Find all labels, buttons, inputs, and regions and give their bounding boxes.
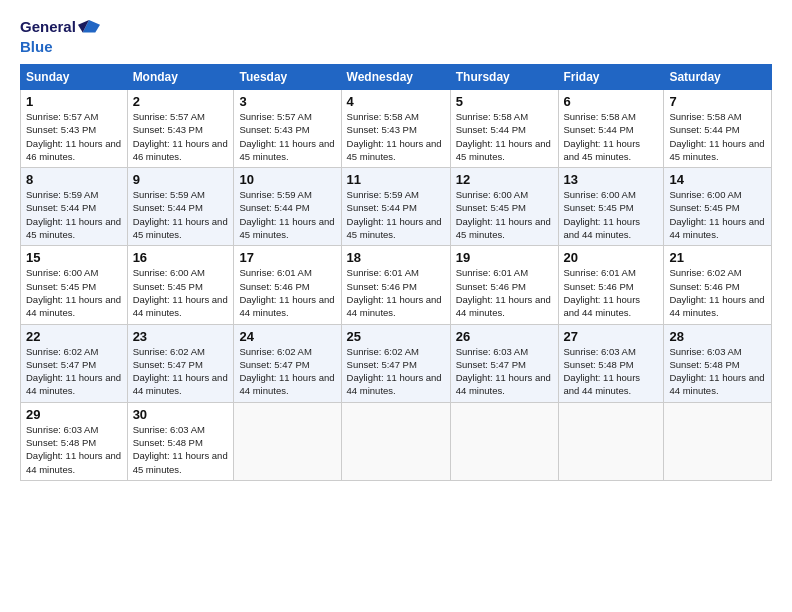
calendar-cell: 22 Sunrise: 6:02 AMSunset: 5:47 PMDaylig… [21, 324, 128, 402]
calendar-week-row: 22 Sunrise: 6:02 AMSunset: 5:47 PMDaylig… [21, 324, 772, 402]
day-number: 20 [564, 250, 659, 265]
day-info: Sunrise: 6:00 AMSunset: 5:45 PMDaylight:… [564, 189, 641, 240]
day-info: Sunrise: 6:02 AMSunset: 5:47 PMDaylight:… [239, 346, 334, 397]
calendar-cell [450, 402, 558, 480]
day-number: 6 [564, 94, 659, 109]
day-number: 11 [347, 172, 445, 187]
calendar-cell: 23 Sunrise: 6:02 AMSunset: 5:47 PMDaylig… [127, 324, 234, 402]
day-info: Sunrise: 6:01 AMSunset: 5:46 PMDaylight:… [239, 267, 334, 318]
calendar-cell: 26 Sunrise: 6:03 AMSunset: 5:47 PMDaylig… [450, 324, 558, 402]
calendar-cell: 16 Sunrise: 6:00 AMSunset: 5:45 PMDaylig… [127, 246, 234, 324]
calendar-week-row: 8 Sunrise: 5:59 AMSunset: 5:44 PMDayligh… [21, 168, 772, 246]
calendar-body: 1 Sunrise: 5:57 AMSunset: 5:43 PMDayligh… [21, 90, 772, 481]
day-number: 19 [456, 250, 553, 265]
weekday-header-cell: Wednesday [341, 65, 450, 90]
day-number: 22 [26, 329, 122, 344]
day-number: 28 [669, 329, 766, 344]
day-info: Sunrise: 6:01 AMSunset: 5:46 PMDaylight:… [564, 267, 641, 318]
page: General Blue SundayMondayTuesdayWednesda… [0, 0, 792, 612]
calendar-cell: 28 Sunrise: 6:03 AMSunset: 5:48 PMDaylig… [664, 324, 772, 402]
calendar-cell: 15 Sunrise: 6:00 AMSunset: 5:45 PMDaylig… [21, 246, 128, 324]
day-number: 30 [133, 407, 229, 422]
day-info: Sunrise: 6:00 AMSunset: 5:45 PMDaylight:… [26, 267, 121, 318]
day-info: Sunrise: 5:57 AMSunset: 5:43 PMDaylight:… [26, 111, 121, 162]
header: General Blue [20, 16, 772, 56]
weekday-header-cell: Tuesday [234, 65, 341, 90]
day-number: 29 [26, 407, 122, 422]
day-number: 16 [133, 250, 229, 265]
day-info: Sunrise: 5:59 AMSunset: 5:44 PMDaylight:… [347, 189, 442, 240]
weekday-header-cell: Sunday [21, 65, 128, 90]
day-number: 12 [456, 172, 553, 187]
calendar-cell: 6 Sunrise: 5:58 AMSunset: 5:44 PMDayligh… [558, 90, 664, 168]
weekday-header-row: SundayMondayTuesdayWednesdayThursdayFrid… [21, 65, 772, 90]
calendar-cell: 17 Sunrise: 6:01 AMSunset: 5:46 PMDaylig… [234, 246, 341, 324]
day-number: 9 [133, 172, 229, 187]
calendar-cell: 18 Sunrise: 6:01 AMSunset: 5:46 PMDaylig… [341, 246, 450, 324]
calendar-cell: 29 Sunrise: 6:03 AMSunset: 5:48 PMDaylig… [21, 402, 128, 480]
day-info: Sunrise: 5:58 AMSunset: 5:44 PMDaylight:… [456, 111, 551, 162]
day-number: 24 [239, 329, 335, 344]
day-info: Sunrise: 6:01 AMSunset: 5:46 PMDaylight:… [347, 267, 442, 318]
calendar-cell [341, 402, 450, 480]
day-info: Sunrise: 6:03 AMSunset: 5:48 PMDaylight:… [133, 424, 228, 475]
logo-blue: Blue [20, 38, 53, 55]
day-info: Sunrise: 5:57 AMSunset: 5:43 PMDaylight:… [133, 111, 228, 162]
day-number: 21 [669, 250, 766, 265]
calendar-cell: 12 Sunrise: 6:00 AMSunset: 5:45 PMDaylig… [450, 168, 558, 246]
day-number: 3 [239, 94, 335, 109]
calendar-cell: 5 Sunrise: 5:58 AMSunset: 5:44 PMDayligh… [450, 90, 558, 168]
calendar-table: SundayMondayTuesdayWednesdayThursdayFrid… [20, 64, 772, 481]
day-info: Sunrise: 6:03 AMSunset: 5:48 PMDaylight:… [26, 424, 121, 475]
calendar-cell: 1 Sunrise: 5:57 AMSunset: 5:43 PMDayligh… [21, 90, 128, 168]
day-info: Sunrise: 5:59 AMSunset: 5:44 PMDaylight:… [239, 189, 334, 240]
day-info: Sunrise: 5:59 AMSunset: 5:44 PMDaylight:… [26, 189, 121, 240]
calendar-week-row: 15 Sunrise: 6:00 AMSunset: 5:45 PMDaylig… [21, 246, 772, 324]
day-number: 23 [133, 329, 229, 344]
calendar-cell: 27 Sunrise: 6:03 AMSunset: 5:48 PMDaylig… [558, 324, 664, 402]
calendar-cell: 30 Sunrise: 6:03 AMSunset: 5:48 PMDaylig… [127, 402, 234, 480]
day-number: 4 [347, 94, 445, 109]
day-info: Sunrise: 6:00 AMSunset: 5:45 PMDaylight:… [133, 267, 228, 318]
day-info: Sunrise: 5:59 AMSunset: 5:44 PMDaylight:… [133, 189, 228, 240]
calendar-week-row: 29 Sunrise: 6:03 AMSunset: 5:48 PMDaylig… [21, 402, 772, 480]
calendar-week-row: 1 Sunrise: 5:57 AMSunset: 5:43 PMDayligh… [21, 90, 772, 168]
calendar-cell: 14 Sunrise: 6:00 AMSunset: 5:45 PMDaylig… [664, 168, 772, 246]
day-number: 26 [456, 329, 553, 344]
calendar-cell: 10 Sunrise: 5:59 AMSunset: 5:44 PMDaylig… [234, 168, 341, 246]
day-info: Sunrise: 6:03 AMSunset: 5:47 PMDaylight:… [456, 346, 551, 397]
day-number: 17 [239, 250, 335, 265]
day-info: Sunrise: 6:02 AMSunset: 5:47 PMDaylight:… [133, 346, 228, 397]
logo-text: General [20, 19, 76, 36]
day-info: Sunrise: 6:02 AMSunset: 5:46 PMDaylight:… [669, 267, 764, 318]
logo-icon [78, 16, 100, 38]
weekday-header-cell: Saturday [664, 65, 772, 90]
calendar-cell: 11 Sunrise: 5:59 AMSunset: 5:44 PMDaylig… [341, 168, 450, 246]
calendar-cell [234, 402, 341, 480]
day-info: Sunrise: 5:57 AMSunset: 5:43 PMDaylight:… [239, 111, 334, 162]
weekday-header-cell: Thursday [450, 65, 558, 90]
calendar-cell: 7 Sunrise: 5:58 AMSunset: 5:44 PMDayligh… [664, 90, 772, 168]
calendar-cell: 19 Sunrise: 6:01 AMSunset: 5:46 PMDaylig… [450, 246, 558, 324]
day-number: 2 [133, 94, 229, 109]
weekday-header-cell: Monday [127, 65, 234, 90]
calendar-cell: 21 Sunrise: 6:02 AMSunset: 5:46 PMDaylig… [664, 246, 772, 324]
calendar-cell: 3 Sunrise: 5:57 AMSunset: 5:43 PMDayligh… [234, 90, 341, 168]
day-number: 13 [564, 172, 659, 187]
day-info: Sunrise: 6:03 AMSunset: 5:48 PMDaylight:… [669, 346, 764, 397]
day-number: 14 [669, 172, 766, 187]
calendar-cell: 2 Sunrise: 5:57 AMSunset: 5:43 PMDayligh… [127, 90, 234, 168]
calendar-cell: 4 Sunrise: 5:58 AMSunset: 5:43 PMDayligh… [341, 90, 450, 168]
day-info: Sunrise: 6:01 AMSunset: 5:46 PMDaylight:… [456, 267, 551, 318]
calendar-cell: 8 Sunrise: 5:59 AMSunset: 5:44 PMDayligh… [21, 168, 128, 246]
calendar-cell [558, 402, 664, 480]
day-info: Sunrise: 5:58 AMSunset: 5:43 PMDaylight:… [347, 111, 442, 162]
day-number: 10 [239, 172, 335, 187]
calendar-cell: 13 Sunrise: 6:00 AMSunset: 5:45 PMDaylig… [558, 168, 664, 246]
day-number: 15 [26, 250, 122, 265]
calendar-cell: 9 Sunrise: 5:59 AMSunset: 5:44 PMDayligh… [127, 168, 234, 246]
day-number: 8 [26, 172, 122, 187]
day-info: Sunrise: 5:58 AMSunset: 5:44 PMDaylight:… [669, 111, 764, 162]
day-number: 18 [347, 250, 445, 265]
day-info: Sunrise: 6:00 AMSunset: 5:45 PMDaylight:… [456, 189, 551, 240]
